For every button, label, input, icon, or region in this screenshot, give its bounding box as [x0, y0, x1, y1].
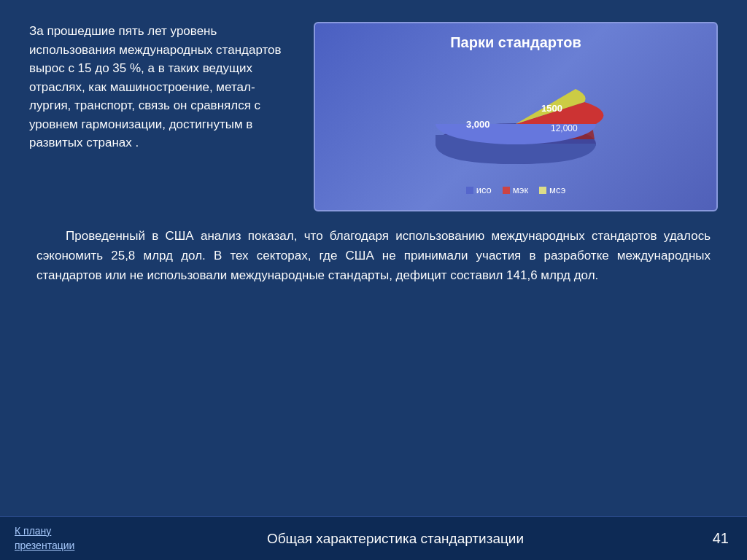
main-content: За прошедшие пять лет уровень использова… — [0, 0, 747, 300]
iso-label: исо — [476, 184, 492, 195]
pie-chart: 3,000 1500 12,000 — [414, 62, 618, 179]
legend-item-mse: мсэ — [539, 184, 565, 195]
top-section: За прошедшие пять лет уровень использова… — [29, 22, 718, 211]
pie-container: 3,000 1500 12,000 — [414, 62, 618, 179]
chart-legend: исо мэк мсэ — [466, 184, 566, 195]
mse-dot — [539, 187, 546, 194]
footer: К плану презентации Общая характеристика… — [0, 516, 747, 560]
bottom-text: Проведенный в США анализ показал, что бл… — [29, 226, 718, 286]
chart-title: Парки стандартов — [330, 34, 702, 51]
svg-text:3,000: 3,000 — [466, 119, 490, 130]
mek-dot — [503, 187, 510, 194]
chart-area: 3,000 1500 12,000 исо мэк — [330, 62, 702, 195]
footer-link[interactable]: К плану презентации — [0, 524, 102, 553]
svg-text:1500: 1500 — [541, 103, 562, 114]
left-text: За прошедшие пять лет уровень использова… — [29, 22, 292, 152]
mek-label: мэк — [513, 184, 528, 195]
chart-box: Парки стандартов — [314, 22, 718, 211]
legend-item-iso: исо — [466, 184, 492, 195]
footer-page: 41 — [689, 530, 747, 547]
legend-item-mek: мэк — [503, 184, 528, 195]
footer-title: Общая характеристика стандартизации — [102, 531, 689, 547]
iso-dot — [466, 187, 473, 194]
svg-text:12,000: 12,000 — [551, 123, 578, 133]
mse-label: мсэ — [549, 184, 565, 195]
